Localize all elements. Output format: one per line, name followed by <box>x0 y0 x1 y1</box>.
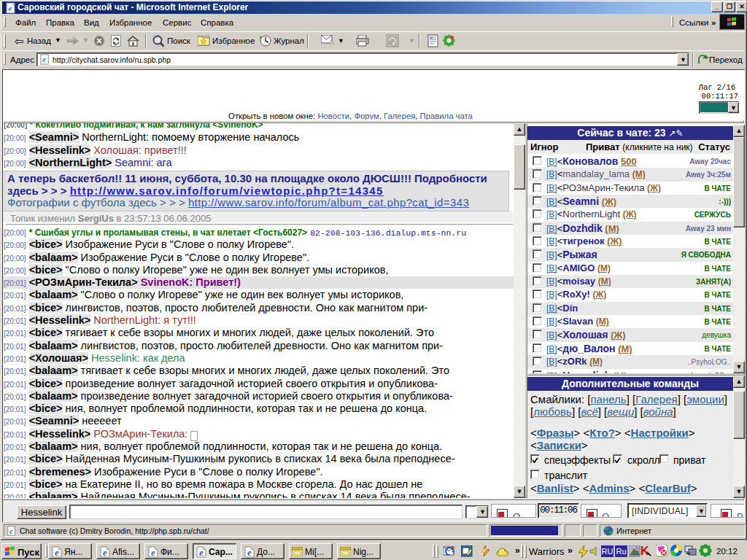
svg-text:e: e <box>9 527 13 535</box>
svg-text:e: e <box>42 55 46 63</box>
svg-text:e: e <box>55 547 59 558</box>
svg-text:e: e <box>247 547 252 558</box>
svg-text:e: e <box>199 547 204 558</box>
svg-text:e: e <box>103 547 107 558</box>
svg-text:e: e <box>9 4 12 12</box>
svg-text:K: K <box>640 545 649 557</box>
svg-text:e: e <box>151 547 155 558</box>
